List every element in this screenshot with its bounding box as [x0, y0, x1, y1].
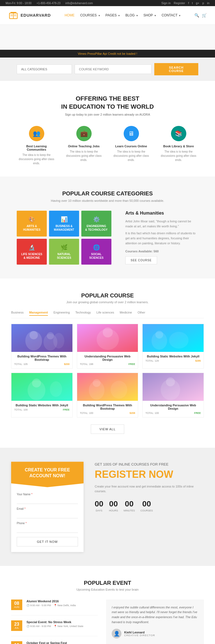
events-header: POPULAR EVENT Upcoming Education Events … [11, 580, 204, 591]
course-card-2: Understanding Persuasive Web Design TOTA… [77, 324, 138, 369]
search-input[interactable] [75, 64, 152, 74]
svg-point-23 [50, 381, 62, 397]
see-course-button[interactable]: SEE COURSE [125, 256, 157, 264]
tab-life-sciences[interactable]: Life sciences [96, 311, 114, 316]
course-price-3: $285 [195, 359, 201, 362]
nav-courses[interactable]: COURSES ▾ [80, 13, 100, 17]
svg-point-11 [47, 332, 54, 339]
author-avatar: 👤 [112, 629, 121, 638]
categories-detail: Arts & Humanities Artist John Illixar sa… [120, 211, 198, 265]
tab-technology[interactable]: Technology [75, 311, 91, 316]
search-icon[interactable]: 🔍 [194, 13, 199, 18]
event-item-3: 10 JUN October Fest or Spring Fest 🕐 9:0… [11, 641, 98, 644]
nav-home[interactable]: HOME [65, 13, 75, 17]
course-price-2: FREE [128, 363, 135, 365]
social-twitter[interactable]: t [192, 1, 193, 5]
category-select[interactable]: ALL CATEGORIES [17, 64, 72, 74]
get-it-button[interactable]: GET IT NOW [17, 537, 78, 546]
header: EDUHARVARD HOME COURSES ▾ PAGES ▾ BLOG ▾… [0, 6, 215, 25]
course-total-5: TOTAL: 100 [80, 412, 93, 414]
course-card-6: Understanding Persuasive Web Design TOTA… [142, 373, 204, 417]
event-time-1: 🕐 9:00 AM - 5:00 PM [26, 604, 51, 607]
topbar-phone: +1-800-456-478-23 [36, 2, 60, 5]
teaching-icon: 💼 [76, 126, 92, 141]
cat-life-sciences[interactable]: 🔬 LIFE SCIENCES& MEDICINE [17, 239, 47, 265]
event-info-1: Alumni Weekend 2016 🕐 9:00 AM - 5:00 PM … [26, 600, 76, 607]
arts-icon: 🎨 [20, 216, 43, 223]
cat-arts[interactable]: 🎨 ARTS &HUMANITIES [17, 211, 47, 237]
courses-section: POPULAR COURSE Join our growing global c… [0, 279, 215, 448]
feature-learn: 🖥 Learn Courses Online The idea is to ke… [112, 126, 151, 165]
offering-section: OFFERING THE BESTIN EDUCATION TO THE WOR… [0, 81, 215, 176]
course-info-3: Building Static Websites With Jekyll TOT… [143, 352, 204, 365]
course-meta-5: TOTAL: 100 $208 [80, 412, 135, 414]
detail-desc2: It is this fact which has driven million… [125, 231, 198, 246]
events-list: 08 AUG Alumni Weekend 2016 🕐 9:00 AM - 5… [11, 600, 98, 644]
email-input[interactable] [17, 511, 78, 518]
social-google[interactable]: g+ [196, 1, 199, 5]
tab-medicine[interactable]: Medicine [120, 311, 132, 316]
countdown: 00 Days 00 Hours 00 Minutes 00 Courses [95, 499, 204, 512]
events-subtitle: Upcoming Education Events to test your b… [11, 588, 204, 591]
courses-title: POPULAR COURSE [11, 292, 204, 299]
register-title: REGISTER NOW [95, 469, 204, 480]
author-name: Kiehl Leonard [124, 631, 155, 634]
event-title-3: October Fest or Spring Fest [26, 641, 76, 644]
svg-point-22 [32, 379, 41, 387]
author-role: CREATIVE DIRECTOR [124, 634, 155, 637]
courses-view-all-button[interactable]: VIEW ALL [91, 424, 124, 434]
course-meta-3: TOTAL: 120 $285 [145, 359, 201, 362]
tab-engineering[interactable]: Engineering [53, 311, 70, 316]
cat-business[interactable]: 📊 BUSINESS &MANAGEMENT [49, 211, 79, 237]
nav-pages[interactable]: PAGES ▾ [106, 13, 120, 17]
library-title: Book Library & Store [159, 145, 198, 148]
register-form-header: CREATE YOUR FREEACCOUNT NOW! [11, 462, 84, 487]
nav-contact[interactable]: CONTACT ▾ [162, 13, 180, 17]
courses-label: Courses [140, 509, 153, 512]
register-link[interactable]: Register [174, 1, 185, 5]
nav-shop[interactable]: SHOP ▾ [143, 13, 156, 17]
tab-management[interactable]: Management [29, 311, 48, 316]
feature-teaching: 💼 Online Teaching Jobs The idea is to ke… [64, 126, 103, 165]
phone-input[interactable] [17, 526, 78, 533]
communities-icon: 👥 [29, 126, 44, 141]
search-button[interactable]: SEARCH COURSE [154, 63, 198, 75]
event-day-3: 10 [14, 643, 19, 644]
top-bar: Mon-Fri: 9:00 - 18:00 +1-800-456-478-23 … [0, 0, 215, 6]
social-linkedin[interactable]: in [207, 1, 209, 5]
course-card-5: Building WordPress Themes With Bootstrap… [77, 373, 138, 417]
logo: EDUHARVARD [8, 10, 51, 20]
svg-point-27 [111, 381, 127, 399]
course-info-6: Understanding Persuasive Web Design TOTA… [143, 401, 204, 417]
social-pinterest[interactable]: p [202, 1, 204, 5]
event-info-3: October Fest or Spring Fest 🕐 9:00 AM - … [26, 641, 76, 644]
teaching-title: Online Teaching Jobs [64, 145, 103, 148]
offering-subtitle: Sign up today to join over 2 million lea… [17, 113, 198, 116]
tab-other[interactable]: Other [138, 311, 145, 316]
register-form-box: CREATE YOUR FREEACCOUNT NOW! Your Name *… [11, 462, 84, 552]
course-total-2: TOTAL: 198 [80, 363, 93, 365]
courses-subtitle: Join our growing global community of ove… [11, 300, 204, 304]
nav-blog[interactable]: BLOG ▾ [125, 13, 138, 17]
register-section: CREATE YOUR FREEACCOUNT NOW! Your Name *… [0, 448, 215, 566]
course-info-5: Building WordPress Themes With Bootstrap… [77, 401, 138, 417]
email-label: Email * [17, 507, 78, 510]
cat-natural[interactable]: 🌿 NATURALSCIENCES [49, 239, 79, 265]
cat-social[interactable]: 🌐 SOCIALSCIENCES [81, 239, 111, 265]
event-meta-2: 🕐 9:00 AM - 9:00 PM 📍 New York, United S… [26, 625, 83, 628]
event-title-2: Special Event: No Stress Week [26, 620, 83, 624]
testimonial-author: 👤 Kiehl Leonard CREATIVE DIRECTOR [112, 629, 198, 638]
event-item-1: 08 AUG Alumni Weekend 2016 🕐 9:00 AM - 5… [11, 600, 98, 615]
sign-in-link[interactable]: Sign in [161, 1, 171, 5]
course-name-6: Understanding Persuasive Web Design [145, 404, 201, 410]
svg-point-19 [169, 332, 189, 349]
svg-point-9 [30, 331, 38, 339]
categories-header: POPULAR COURSE CATEGORIES Having over 10… [17, 190, 198, 202]
tab-business[interactable]: Business [11, 311, 24, 316]
svg-point-18 [155, 331, 163, 339]
name-input[interactable] [17, 497, 78, 504]
social-facebook[interactable]: f [188, 1, 189, 5]
cart-icon[interactable]: 🛒 [202, 13, 207, 18]
cat-engineering[interactable]: ⚙️ ENGINEERING& TECHNOLOGY [81, 211, 111, 237]
event-date-3: 10 JUN [11, 641, 22, 644]
